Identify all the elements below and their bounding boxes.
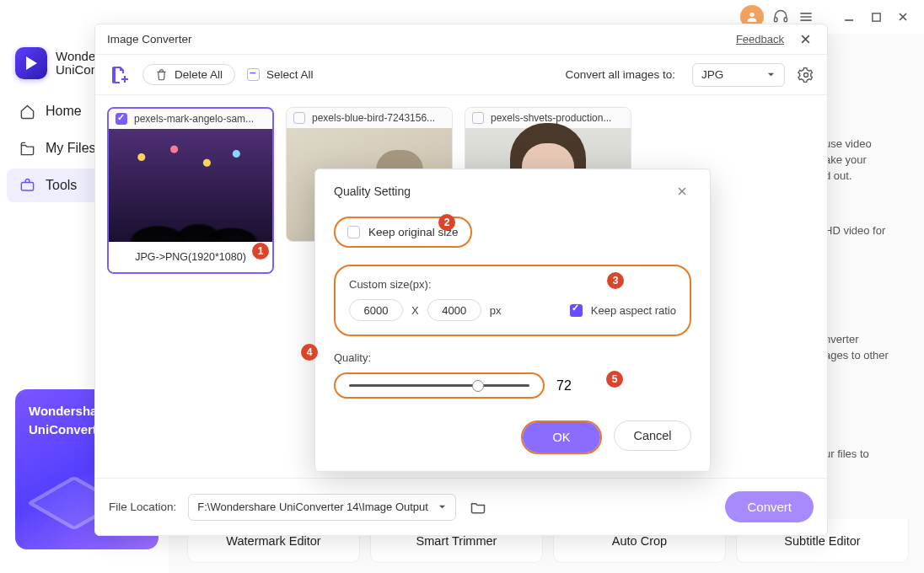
file-location-select[interactable]: F:\Wondershare UniConverter 14\Image Out… xyxy=(188,494,456,521)
svg-point-0 xyxy=(749,13,754,17)
bg-text: HD video for xyxy=(825,223,909,239)
image-card[interactable]: pexels-mark-angelo-sam... JPG->PNG(1920*… xyxy=(107,107,274,274)
app-logo xyxy=(15,47,47,79)
chevron-down-icon xyxy=(438,502,447,511)
annotation-badge: 4 xyxy=(301,344,318,361)
popup-close-button[interactable] xyxy=(673,185,691,197)
keep-ratio-label: Keep aspect ratio xyxy=(591,304,676,317)
checkbox-icon[interactable] xyxy=(293,112,305,124)
convert-label: Convert all images to: xyxy=(565,68,675,81)
image-name: pexels-shvets-production... xyxy=(491,112,611,124)
annotation-badge: 3 xyxy=(607,272,624,289)
add-file-button[interactable] xyxy=(107,63,131,87)
checkbox-icon xyxy=(347,226,360,238)
files-icon xyxy=(19,140,35,157)
convert-button[interactable]: Convert xyxy=(725,491,814,522)
bg-text: nverterages to other xyxy=(825,332,909,364)
dialog-close-button[interactable] xyxy=(796,31,815,47)
sidebar-label: My Files xyxy=(46,141,96,156)
dialog-header: Image Converter Feedback xyxy=(95,24,827,55)
height-input[interactable] xyxy=(427,299,481,321)
image-name: pexels-mark-angelo-sam... xyxy=(134,113,254,125)
popup-title: Quality Setting xyxy=(334,185,411,198)
output-format-select[interactable]: JPG xyxy=(692,63,785,87)
image-info: JPG->PNG(1920*1080) xyxy=(109,242,272,272)
custom-size-group: Custom size(px): X px Keep aspect ratio xyxy=(334,265,691,336)
window-maximize-button[interactable] xyxy=(867,8,885,26)
headset-icon[interactable] xyxy=(772,8,789,25)
checkbox-icon[interactable] xyxy=(116,113,127,125)
sidebar-label: Tools xyxy=(46,178,77,193)
chevron-down-icon xyxy=(766,70,776,79)
tools-icon xyxy=(19,177,35,194)
dialog-footer: File Location: F:\Wondershare UniConvert… xyxy=(95,478,827,535)
file-location-label: File Location: xyxy=(109,501,176,513)
svg-rect-4 xyxy=(21,182,33,190)
hamburger-menu-icon[interactable] xyxy=(798,8,814,25)
annotation-badge: 5 xyxy=(606,371,623,388)
cancel-button[interactable]: Cancel xyxy=(614,420,691,451)
quality-setting-popup: Quality Setting Keep original size Custo… xyxy=(314,169,711,472)
svg-rect-3 xyxy=(872,13,879,20)
feedback-link[interactable]: Feedback xyxy=(736,33,784,46)
svg-point-5 xyxy=(804,72,808,77)
annotation-badge: 2 xyxy=(438,214,455,231)
keep-aspect-ratio-checkbox[interactable] xyxy=(570,304,583,317)
px-label: px xyxy=(490,304,502,317)
bg-text: use videoake yourd out. xyxy=(825,137,909,185)
quality-value: 72 xyxy=(556,378,572,394)
quality-slider[interactable] xyxy=(334,372,545,399)
indeterminate-checkbox-icon xyxy=(247,68,260,81)
ok-button-highlight: OK xyxy=(521,420,602,454)
x-label: X xyxy=(411,304,419,317)
svg-rect-2 xyxy=(784,18,787,22)
sidebar-label: Home xyxy=(46,104,82,119)
window-close-button[interactable] xyxy=(894,8,912,26)
image-name: pexels-blue-bird-7243156... xyxy=(312,112,435,124)
home-icon xyxy=(19,103,35,120)
select-all-checkbox[interactable]: Select All xyxy=(247,68,314,81)
ok-button[interactable]: OK xyxy=(523,422,600,453)
window-minimize-button[interactable] xyxy=(840,8,858,26)
checkbox-icon[interactable] xyxy=(472,112,484,124)
width-input[interactable] xyxy=(349,299,403,321)
svg-rect-1 xyxy=(775,18,777,22)
delete-all-button[interactable]: Delete All xyxy=(142,64,235,85)
image-thumbnail xyxy=(109,129,272,242)
bg-text: ur files to xyxy=(825,447,909,463)
quality-label: Quality: xyxy=(334,351,691,364)
quality-settings-button[interactable] xyxy=(797,66,815,84)
open-folder-button[interactable] xyxy=(468,497,488,517)
dialog-toolbar: Delete All Select All Convert all images… xyxy=(95,55,827,95)
annotation-badge: 1 xyxy=(252,243,269,260)
dialog-title: Image Converter xyxy=(107,33,192,46)
custom-size-label: Custom size(px): xyxy=(349,278,676,291)
